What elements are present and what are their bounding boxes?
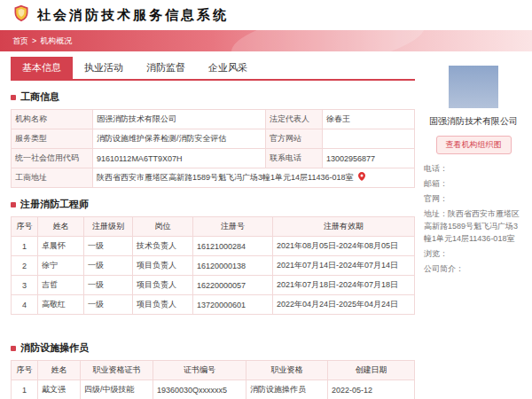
table-cell: 16120000138 xyxy=(193,256,273,276)
app-title: 社会消防技术服务信息系统 xyxy=(37,7,229,24)
table-cell: 一级 xyxy=(84,295,133,315)
table-cell: 技术负责人 xyxy=(133,237,193,256)
email-row: 邮箱： xyxy=(424,178,523,191)
table-row: 机构名称 固强消防技术有限公司 法定代表人 徐春王 xyxy=(12,110,415,129)
table-cell: 项目负责人 xyxy=(133,256,193,276)
website-value xyxy=(323,129,415,149)
section-operators-title: 消防设施操作员 xyxy=(11,341,415,355)
section-business-info-title: 工商信息 xyxy=(11,90,415,104)
shield-logo-icon xyxy=(12,4,30,26)
breadcrumb-current: 机构概况 xyxy=(40,35,72,47)
legal-rep-value: 徐春王 xyxy=(323,110,415,129)
table-row: 工商地址 陕西省西安市雁塔区高新路1589号魁飞冯广场3幢1单元14层11436… xyxy=(12,168,415,188)
field-label: 机构名称 xyxy=(12,110,93,129)
column-header: 姓名 xyxy=(38,361,81,380)
tab-basic-info[interactable]: 基本信息 xyxy=(11,57,73,79)
tab-bar: 基本信息 执业活动 消防监督 企业风采 xyxy=(11,57,415,81)
address-value: 陕西省西安市雁塔区高新路1589号魁飞冯广场3幢1单元14层11436-018室 xyxy=(97,173,353,182)
table-cell: 卓晨怀 xyxy=(38,237,84,256)
location-pin-icon[interactable] xyxy=(358,174,365,183)
table-cell: 戴文强 xyxy=(38,380,81,399)
field-label: 联系电话 xyxy=(266,149,323,168)
section-title-text: 消防设施操作员 xyxy=(20,341,89,355)
section-engineers-title: 注册消防工程师 xyxy=(11,198,415,211)
section-bullet-icon xyxy=(11,346,16,351)
main-content: 基本信息 执业活动 消防监督 企业风采 工商信息 机构名称 固强消防技术有限公司… xyxy=(0,51,420,399)
column-header: 岗位 xyxy=(133,217,193,237)
address-row: 地址：陕西省西安市雁塔区高新路1589号魁飞冯广场3幢1单元14层11436-0… xyxy=(424,208,523,246)
table-row: 统一社会信用代码 91610112MA6TT9X07H 联系电话 1300295… xyxy=(12,149,415,168)
table-row: 服务类型 消防设施维护保养检测/消防安全评估 官方网站 xyxy=(12,129,415,149)
tab-fire-supervision[interactable]: 消防监督 xyxy=(135,57,197,79)
field-label: 统一社会信用代码 xyxy=(12,149,93,168)
column-header: 职业资格证书 xyxy=(81,361,153,380)
breadcrumb-home-link[interactable]: 首页 xyxy=(12,35,28,47)
table-cell: 16121000284 xyxy=(193,237,273,256)
table-cell: 2021年08月05日-2024年08月05日 xyxy=(273,237,415,256)
column-header: 注册号 xyxy=(193,217,273,237)
operators-table: 序号姓名职业资格证书证书编号职业资格创建日期 1戴文强四级/中级技能193600… xyxy=(11,360,415,399)
phone-value: 13002956877 xyxy=(323,149,415,168)
table-cell: 13720000601 xyxy=(193,295,273,315)
company-contact-info: 电话： 邮箱： 官网： 地址：陕西省西安市雁塔区高新路1589号魁飞冯广场3幢1… xyxy=(424,163,523,276)
address-cell: 陕西省西安市雁塔区高新路1589号魁飞冯广场3幢1单元14层11436-018室 xyxy=(93,168,415,188)
table-cell: 四级/中级技能 xyxy=(81,380,153,399)
section-title-text: 注册消防工程师 xyxy=(20,198,89,211)
table-cell: 一级 xyxy=(84,237,133,256)
column-header: 注册有效期 xyxy=(273,217,415,237)
column-header: 注册级别 xyxy=(84,217,133,237)
table-cell: 2021年07月14日-2024年07月14日 xyxy=(273,256,415,276)
breadcrumb: 首页 > 机构概况 xyxy=(12,35,72,47)
table-row: 2徐宁一级项目负责人161200001382021年07月14日-2024年07… xyxy=(12,256,415,276)
table-header-row: 序号姓名职业资格证书证书编号职业资格创建日期 xyxy=(12,361,415,380)
field-label: 工商地址 xyxy=(12,168,93,188)
company-sidebar: 固强消防技术有限公司 查看机构组织图 电话： 邮箱： 官网： 地址：陕西省西安市… xyxy=(420,51,532,278)
app-header: 社会消防技术服务信息系统 xyxy=(0,0,532,30)
tab-practice-activity[interactable]: 执业活动 xyxy=(73,57,135,79)
page: 社会消防技术服务信息系统 首页 > 机构概况 基本信息 执业活动 消防监督 企业… xyxy=(0,0,532,399)
credit-code-value: 91610112MA6TT9X07H xyxy=(93,149,266,168)
table-header-row: 序号姓名注册级别岗位注册号注册有效期 xyxy=(12,217,415,237)
view-org-chart-button[interactable]: 查看机构组织图 xyxy=(436,136,512,154)
table-row: 4高敬红一级项目负责人137200006012022年04月24日-2025年0… xyxy=(12,295,415,315)
website-row: 官网： xyxy=(424,193,523,206)
views-row: 浏览： xyxy=(424,248,523,261)
table-cell: 一级 xyxy=(84,256,133,276)
table-cell: 2 xyxy=(12,256,38,276)
table-cell: 3 xyxy=(12,276,38,295)
company-photo xyxy=(449,66,498,108)
phone-row: 电话： xyxy=(424,163,523,176)
banner: 首页 > 机构概况 xyxy=(0,30,532,51)
table-cell: 19360030Qxxxxxx5 xyxy=(153,380,246,399)
intro-row: 公司简介： xyxy=(424,263,523,276)
table-cell: 项目负责人 xyxy=(133,295,193,315)
table-row: 3吉哲一级项目负责人162200000572021年07月18日-2024年07… xyxy=(12,276,415,295)
table-cell: 2022年04月24日-2025年04月24日 xyxy=(273,295,415,315)
table-cell: 一级 xyxy=(84,276,133,295)
section-title-text: 工商信息 xyxy=(20,90,59,104)
business-info-table: 机构名称 固强消防技术有限公司 法定代表人 徐春王 服务类型 消防设施维护保养检… xyxy=(11,109,415,188)
section-bullet-icon xyxy=(11,95,16,100)
field-label: 官方网站 xyxy=(266,129,323,149)
table-cell: 徐宁 xyxy=(38,256,84,276)
field-label: 服务类型 xyxy=(12,129,93,149)
section-bullet-icon xyxy=(11,202,16,207)
column-header: 证书编号 xyxy=(153,361,246,380)
table-row: 1卓晨怀一级技术负责人161210002842021年08月05日-2024年0… xyxy=(12,237,415,256)
tab-company-showcase[interactable]: 企业风采 xyxy=(197,57,259,79)
table-cell: 吉哲 xyxy=(38,276,84,295)
table-cell: 1 xyxy=(12,237,38,256)
table-cell: 4 xyxy=(12,295,38,315)
table-row: 1戴文强四级/中级技能19360030Qxxxxxx5消防设施操作员2022-0… xyxy=(12,380,415,399)
table-cell: 16220000057 xyxy=(193,276,273,295)
sidebar-company-name: 固强消防技术有限公司 xyxy=(424,115,523,128)
table-cell: 2021年07月18日-2024年07月18日 xyxy=(273,276,415,295)
table-cell: 消防设施操作员 xyxy=(246,380,328,399)
column-header: 职业资格 xyxy=(246,361,328,380)
field-label: 法定代表人 xyxy=(266,110,323,129)
column-header: 创建日期 xyxy=(328,361,415,380)
table-cell: 高敬红 xyxy=(38,295,84,315)
service-type-value: 消防设施维护保养检测/消防安全评估 xyxy=(93,129,266,149)
org-name-value: 固强消防技术有限公司 xyxy=(93,110,266,129)
breadcrumb-separator: > xyxy=(32,36,36,45)
